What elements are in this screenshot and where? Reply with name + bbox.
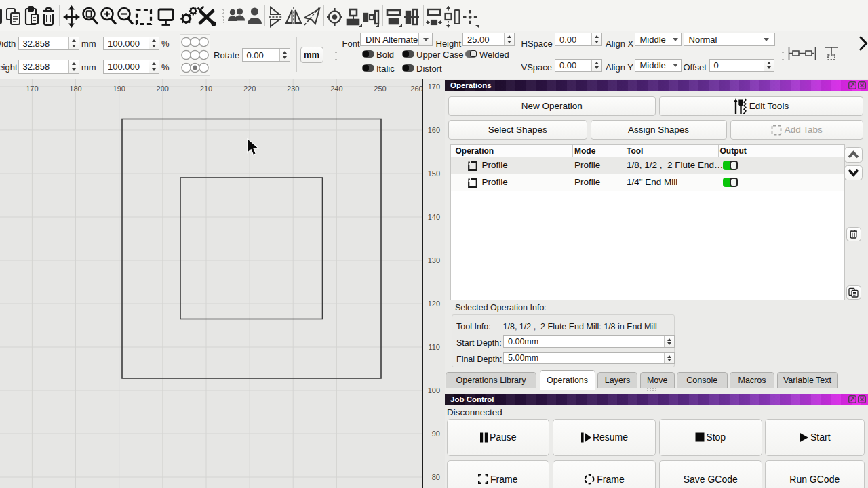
svg-text:160: 160 xyxy=(428,126,440,134)
svg-text:200: 200 xyxy=(157,85,169,93)
svg-text:260: 260 xyxy=(410,85,422,93)
svg-text:90: 90 xyxy=(432,430,440,438)
svg-text:190: 190 xyxy=(113,85,125,93)
svg-text:240: 240 xyxy=(330,85,342,93)
svg-text:80: 80 xyxy=(432,473,440,481)
svg-text:220: 220 xyxy=(243,85,256,93)
svg-text:140: 140 xyxy=(428,213,440,221)
svg-text:230: 230 xyxy=(287,85,299,93)
svg-text:130: 130 xyxy=(428,256,440,264)
svg-text:110: 110 xyxy=(428,343,440,351)
svg-text:170: 170 xyxy=(26,85,38,93)
svg-text:170: 170 xyxy=(428,83,440,91)
svg-text:180: 180 xyxy=(69,85,81,93)
svg-text:250: 250 xyxy=(374,85,386,93)
svg-text:210: 210 xyxy=(200,85,212,93)
svg-text:150: 150 xyxy=(428,169,440,178)
svg-text:100: 100 xyxy=(428,386,440,394)
svg-text:120: 120 xyxy=(428,300,440,308)
